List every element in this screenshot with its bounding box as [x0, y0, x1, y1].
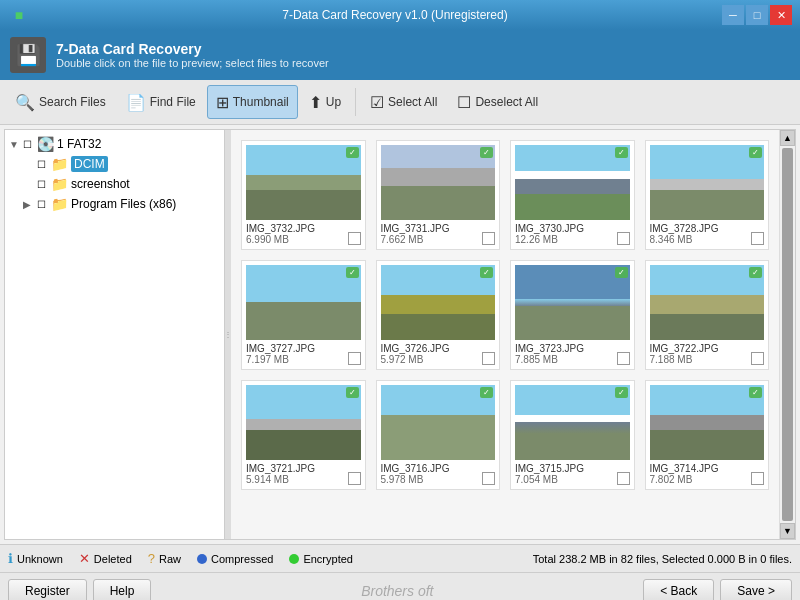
select-all-icon: ☑ [370, 93, 384, 112]
tree-item-screenshot[interactable]: ☐ 📁 screenshot [23, 174, 220, 194]
thumbnail-item[interactable]: ✓IMG_3715.JPG7.054 MB [510, 380, 635, 490]
thumb-badge: ✓ [480, 387, 493, 398]
app-header: 💾 7-Data Card Recovery Double click on t… [0, 30, 800, 80]
thumb-checkbox[interactable] [348, 352, 361, 365]
select-all-button[interactable]: ☑ Select All [361, 85, 446, 119]
thumbnail-panel[interactable]: ✓IMG_3732.JPG6.990 MB✓IMG_3731.JPG7.662 … [231, 130, 779, 539]
close-button[interactable]: ✕ [770, 5, 792, 25]
app-subtitle: Double click on the file to preview; sel… [56, 57, 329, 69]
tree-children: ☐ 📁 DCIM ☐ 📁 screenshot ▶ ☐ 📁 Program Fi… [9, 154, 220, 214]
find-file-button[interactable]: 📄 Find File [117, 85, 205, 119]
tree-item-programfiles[interactable]: ▶ ☐ 📁 Program Files (x86) [23, 194, 220, 214]
scroll-thumb[interactable] [782, 148, 793, 521]
thumb-badge: ✓ [615, 267, 628, 278]
thumb-label: IMG_3714.JPG [650, 463, 765, 474]
tree-check-dcim: ☐ [37, 159, 51, 170]
thumb-image: ✓ [381, 385, 496, 460]
thumb-label: IMG_3731.JPG [381, 223, 496, 234]
scrollbar[interactable]: ▲ ▼ [779, 130, 795, 539]
register-button[interactable]: Register [8, 579, 87, 601]
up-label: Up [326, 95, 341, 109]
thumb-label: IMG_3716.JPG [381, 463, 496, 474]
maximize-button[interactable]: □ [746, 5, 768, 25]
thumb-size: 5.978 MB [381, 474, 496, 485]
thumb-badge: ✓ [749, 147, 762, 158]
scroll-up-button[interactable]: ▲ [780, 130, 795, 146]
status-compressed: Compressed [197, 553, 273, 565]
thumbnail-item[interactable]: ✓IMG_3730.JPG12.26 MB [510, 140, 635, 250]
thumb-size: 7.054 MB [515, 474, 630, 485]
thumb-image: ✓ [381, 145, 496, 220]
thumb-image: ✓ [246, 265, 361, 340]
up-button[interactable]: ⬆ Up [300, 85, 350, 119]
back-button[interactable]: < Back [643, 579, 714, 601]
help-button[interactable]: Help [93, 579, 152, 601]
search-files-button[interactable]: 🔍 Search Files [6, 85, 115, 119]
thumbnail-button[interactable]: ⊞ Thumbnail [207, 85, 298, 119]
bottom-right-buttons: < Back Save > [643, 579, 792, 601]
bottom-bar: Register Help Brothers oft < Back Save > [0, 572, 800, 600]
thumbnail-item[interactable]: ✓IMG_3723.JPG7.885 MB [510, 260, 635, 370]
deselect-all-button[interactable]: ☐ Deselect All [448, 85, 547, 119]
thumb-checkbox[interactable] [482, 232, 495, 245]
thumb-label: IMG_3723.JPG [515, 343, 630, 354]
thumbnail-item[interactable]: ✓IMG_3731.JPG7.662 MB [376, 140, 501, 250]
raw-icon: ? [148, 551, 155, 566]
status-deleted: ✕ Deleted [79, 551, 132, 566]
thumb-label: IMG_3722.JPG [650, 343, 765, 354]
folder-icon-programfiles: 📁 [51, 196, 68, 212]
scroll-down-button[interactable]: ▼ [780, 523, 795, 539]
thumb-badge: ✓ [480, 267, 493, 278]
thumb-checkbox[interactable] [751, 352, 764, 365]
status-bar: ℹ Unknown ✕ Deleted ? Raw Compressed Enc… [0, 544, 800, 572]
thumb-checkbox[interactable] [482, 472, 495, 485]
main-content: ▼ ☐ 💽 1 FAT32 ☐ 📁 DCIM ☐ 📁 screenshot ▶ … [4, 129, 796, 540]
thumb-label: IMG_3727.JPG [246, 343, 361, 354]
tree-root[interactable]: ▼ ☐ 💽 1 FAT32 [9, 134, 220, 154]
thumbnail-item[interactable]: ✓IMG_3726.JPG5.972 MB [376, 260, 501, 370]
thumb-badge: ✓ [346, 387, 359, 398]
thumb-size: 7.885 MB [515, 354, 630, 365]
thumb-checkbox[interactable] [751, 472, 764, 485]
select-all-label: Select All [388, 95, 437, 109]
thumbnail-item[interactable]: ✓IMG_3714.JPG7.802 MB [645, 380, 770, 490]
tree-check-programfiles: ☐ [37, 199, 51, 210]
thumb-checkbox[interactable] [617, 232, 630, 245]
thumb-size: 12.26 MB [515, 234, 630, 245]
save-button[interactable]: Save > [720, 579, 792, 601]
thumb-size: 6.990 MB [246, 234, 361, 245]
thumbnail-label: Thumbnail [233, 95, 289, 109]
search-icon: 🔍 [15, 93, 35, 112]
thumb-checkbox[interactable] [617, 352, 630, 365]
thumb-checkbox[interactable] [348, 472, 361, 485]
thumb-label: IMG_3721.JPG [246, 463, 361, 474]
thumb-checkbox[interactable] [751, 232, 764, 245]
status-raw: ? Raw [148, 551, 181, 566]
thumb-size: 7.188 MB [650, 354, 765, 365]
thumbnail-item[interactable]: ✓IMG_3732.JPG6.990 MB [241, 140, 366, 250]
tree-label-screenshot: screenshot [71, 177, 130, 191]
title-bar: ■ 7-Data Card Recovery v1.0 (Unregistere… [0, 0, 800, 30]
search-files-label: Search Files [39, 95, 106, 109]
folder-icon-dcim: 📁 [51, 156, 68, 172]
thumb-badge: ✓ [480, 147, 493, 158]
thumbnail-item[interactable]: ✓IMG_3716.JPG5.978 MB [376, 380, 501, 490]
thumbnail-item[interactable]: ✓IMG_3728.JPG8.346 MB [645, 140, 770, 250]
tree-label-dcim: DCIM [71, 156, 108, 172]
minimize-button[interactable]: ─ [722, 5, 744, 25]
up-icon: ⬆ [309, 93, 322, 112]
deleted-icon: ✕ [79, 551, 90, 566]
thumb-checkbox[interactable] [348, 232, 361, 245]
thumbnail-item[interactable]: ✓IMG_3721.JPG5.914 MB [241, 380, 366, 490]
thumb-badge: ✓ [749, 267, 762, 278]
tree-item-dcim[interactable]: ☐ 📁 DCIM [23, 154, 220, 174]
thumb-image: ✓ [381, 265, 496, 340]
thumb-checkbox[interactable] [482, 352, 495, 365]
thumbnail-item[interactable]: ✓IMG_3727.JPG7.197 MB [241, 260, 366, 370]
app-logo: 💾 [10, 37, 46, 73]
find-icon: 📄 [126, 93, 146, 112]
find-file-label: Find File [150, 95, 196, 109]
thumb-checkbox[interactable] [617, 472, 630, 485]
deselect-all-icon: ☐ [457, 93, 471, 112]
thumbnail-item[interactable]: ✓IMG_3722.JPG7.188 MB [645, 260, 770, 370]
